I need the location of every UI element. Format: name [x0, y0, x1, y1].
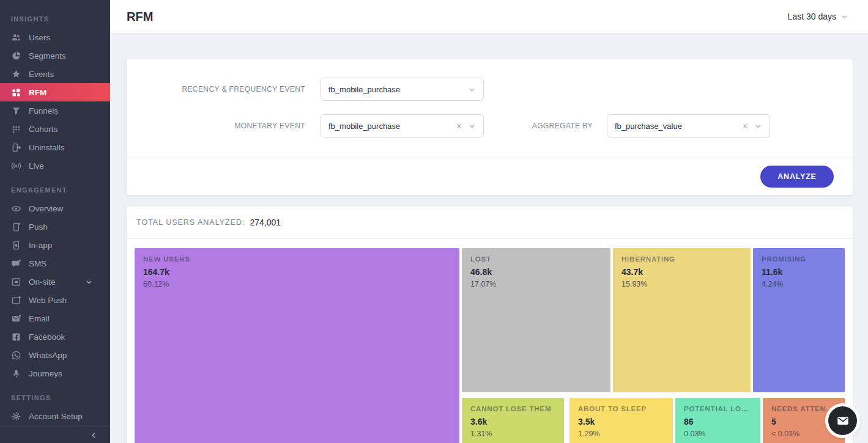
sidebar-item-funnels[interactable]: Funnels — [0, 101, 110, 120]
sidebar-item-label: Events — [29, 70, 54, 79]
treemap-tile-new-users[interactable]: NEW USERS 164.7k 60.12% — [135, 248, 459, 443]
sidebar: INSIGHTS Users Segments Events RFM Funne… — [0, 0, 110, 443]
chevron-down-icon — [754, 122, 762, 130]
onsite-icon — [11, 277, 24, 287]
recency-frequency-event-select[interactable]: fb_mobile_purchase — [321, 78, 484, 101]
tile-value: 164.7k — [143, 267, 451, 277]
tile-percent: 1.31% — [470, 430, 555, 438]
date-range-label: Last 30 days — [788, 12, 836, 21]
messenger-fab-button[interactable] — [828, 406, 857, 435]
chevron-down-icon — [468, 122, 476, 130]
sidebar-item-label: Uninstalls — [29, 143, 65, 152]
treemap-tile-cannot-lose-them[interactable]: CANNOT LOSE THEM 3.6k 1.31% — [462, 398, 564, 443]
sidebar-item-journeys[interactable]: Journeys — [0, 364, 110, 383]
chevron-down-icon — [840, 13, 848, 21]
tile-percent: 15.93% — [621, 280, 742, 288]
tile-value: 3.5k — [578, 417, 664, 427]
tile-value: 5 — [771, 417, 836, 427]
tile-label: ABOUT TO SLEEP — [578, 405, 664, 412]
total-users-label: TOTAL USERS ANALYZED: — [136, 218, 245, 227]
envelope-icon — [836, 414, 850, 428]
sidebar-item-label: Segments — [29, 51, 66, 60]
tile-percent: 1.29% — [578, 430, 664, 438]
sidebar-item-onsite[interactable]: On-site — [0, 273, 110, 291]
treemap-tile-about-to-sleep[interactable]: ABOUT TO SLEEP 3.5k 1.29% — [569, 398, 673, 443]
tile-label: CANNOT LOSE THEM — [470, 405, 555, 412]
rfm-treemap: NEW USERS 164.7k 60.12% LOST 46.8k 17.07… — [135, 248, 845, 443]
tile-label: NEEDS ATTENTION — [771, 405, 836, 412]
main-area: RFM Last 30 days RECENCY & FREQUENCY EVE… — [110, 0, 868, 443]
users-icon — [11, 32, 24, 43]
tile-value: 46.8k — [470, 267, 602, 277]
page-title: RFM — [127, 10, 153, 24]
gear-icon — [11, 411, 24, 422]
inapp-icon — [11, 240, 24, 251]
live-icon — [11, 161, 24, 171]
sidebar-item-label: Live — [29, 161, 44, 170]
sidebar-item-live[interactable]: Live — [0, 156, 110, 175]
topbar: RFM Last 30 days — [110, 0, 868, 34]
tile-percent: 4.24% — [762, 280, 836, 288]
rfm-grid-icon — [11, 87, 24, 98]
sidebar-section-engagement: ENGAGEMENT — [0, 181, 110, 199]
clear-icon[interactable] — [742, 123, 749, 130]
tile-percent: < 0.01% — [771, 430, 836, 438]
tile-value: 86 — [684, 417, 752, 427]
events-icon — [11, 69, 24, 79]
sidebar-item-label: WhatsApp — [29, 351, 67, 360]
sidebar-item-push[interactable]: Push — [0, 218, 110, 236]
select-value: fb_mobile_purchase — [328, 122, 456, 131]
sidebar-section-settings: SETTINGS — [0, 389, 110, 407]
sms-icon — [11, 258, 24, 269]
chevron-down-icon[interactable] — [85, 278, 93, 286]
sidebar-item-cohorts[interactable]: Cohorts — [0, 120, 110, 138]
cohorts-icon — [11, 124, 24, 134]
sidebar-item-overview[interactable]: Overview — [0, 199, 110, 218]
recency-frequency-event-label: RECENCY & FREQUENCY EVENT — [127, 85, 305, 93]
sidebar-item-inapp[interactable]: In-app — [0, 236, 110, 254]
tile-percent: 60.12% — [143, 280, 451, 288]
sidebar-item-sms[interactable]: SMS — [0, 254, 110, 273]
sidebar-item-account-setup[interactable]: Account Setup — [0, 407, 110, 425]
tile-label: LOST — [470, 255, 602, 263]
treemap-tile-potential-loyalists[interactable]: POTENTIAL LOYALISTS 86 0.03% — [675, 398, 760, 443]
email-icon — [11, 313, 24, 324]
chevron-down-icon — [468, 86, 476, 93]
sidebar-item-rfm[interactable]: RFM — [0, 83, 110, 101]
sidebar-item-whatsapp[interactable]: WhatsApp — [0, 346, 110, 364]
monetary-event-select[interactable]: fb_mobile_purchase — [321, 114, 484, 137]
sidebar-item-label: Push — [29, 222, 48, 232]
sidebar-item-label: Web Push — [29, 296, 67, 305]
treemap-tile-promising[interactable]: PROMISING 11.6k 4.24% — [753, 248, 845, 392]
sidebar-item-label: Cohorts — [29, 125, 57, 134]
sidebar-item-users[interactable]: Users — [0, 28, 110, 46]
journeys-icon — [11, 368, 24, 379]
treemap-tile-hibernating[interactable]: HIBERNATING 43.7k 15.93% — [613, 248, 751, 392]
sidebar-item-label: Email — [29, 314, 50, 323]
clear-icon[interactable] — [456, 123, 462, 130]
sidebar-item-facebook[interactable]: Facebook — [0, 328, 110, 346]
tile-label: NEW USERS — [143, 255, 451, 263]
sidebar-item-label: Account Setup — [29, 412, 83, 421]
tile-value: 43.7k — [621, 267, 742, 277]
sidebar-item-events[interactable]: Events — [0, 65, 110, 83]
tile-value: 11.6k — [762, 267, 836, 277]
tile-label: PROMISING — [762, 255, 836, 263]
tile-label: POTENTIAL LOYALISTS — [684, 405, 752, 412]
treemap-tile-lost[interactable]: LOST 46.8k 17.07% — [462, 248, 610, 392]
sidebar-item-label: On-site — [29, 277, 56, 287]
funnels-icon — [11, 106, 24, 116]
sidebar-item-label: RFM — [29, 88, 46, 97]
sidebar-item-uninstalls[interactable]: Uninstalls — [0, 138, 110, 156]
date-range-dropdown[interactable]: Last 30 days — [788, 12, 848, 21]
webpush-icon — [11, 295, 24, 306]
sidebar-item-email[interactable]: Email — [0, 309, 110, 328]
uninstalls-icon — [11, 142, 24, 153]
sidebar-collapse-button[interactable] — [0, 427, 110, 443]
aggregate-by-select[interactable]: fb_purchase_value — [607, 114, 770, 137]
sidebar-item-webpush[interactable]: Web Push — [0, 291, 110, 309]
sidebar-item-label: Funnels — [29, 106, 58, 115]
analyze-button[interactable]: ANALYZE — [760, 166, 834, 188]
sidebar-item-segments[interactable]: Segments — [0, 46, 110, 65]
tile-value: 3.6k — [470, 417, 555, 427]
